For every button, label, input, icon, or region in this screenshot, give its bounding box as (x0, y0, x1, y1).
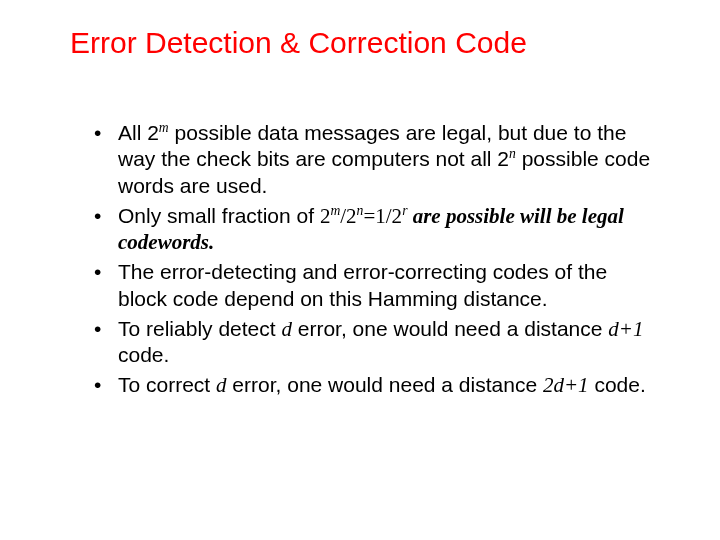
expr-d-plus-1: d+1 (608, 317, 643, 341)
slide: Error Detection & Correction Code All 2m… (0, 0, 720, 540)
fraction: 2m/2n=1/2r (320, 204, 408, 228)
text: Only small fraction of (118, 204, 320, 227)
text: All 2 (118, 121, 159, 144)
text: 2 (320, 204, 331, 228)
text: =1/2 (363, 204, 402, 228)
var-d: d (281, 317, 292, 341)
superscript-n: n (509, 146, 516, 161)
bullet-item: Only small fraction of 2m/2n=1/2r are po… (90, 203, 660, 256)
text: error, one would need a distance (292, 317, 608, 340)
bullet-item: To correct d error, one would need a dis… (90, 372, 660, 398)
superscript-m: m (330, 203, 340, 218)
text: code. (118, 343, 169, 366)
text: The error-detecting and error-correcting… (118, 260, 607, 309)
superscript-m: m (159, 120, 169, 135)
text: To correct (118, 373, 216, 396)
bullet-item: The error-detecting and error-correcting… (90, 259, 660, 312)
slide-title: Error Detection & Correction Code (70, 26, 660, 60)
text: code. (589, 373, 646, 396)
bullet-list: All 2m possible data messages are legal,… (90, 120, 660, 399)
expr-2d-plus-1: 2d+1 (543, 373, 589, 397)
text: error, one would need a distance (227, 373, 543, 396)
text: /2 (340, 204, 356, 228)
bullet-item: All 2m possible data messages are legal,… (90, 120, 660, 199)
bullet-item: To reliably detect d error, one would ne… (90, 316, 660, 369)
text: To reliably detect (118, 317, 281, 340)
var-d: d (216, 373, 227, 397)
